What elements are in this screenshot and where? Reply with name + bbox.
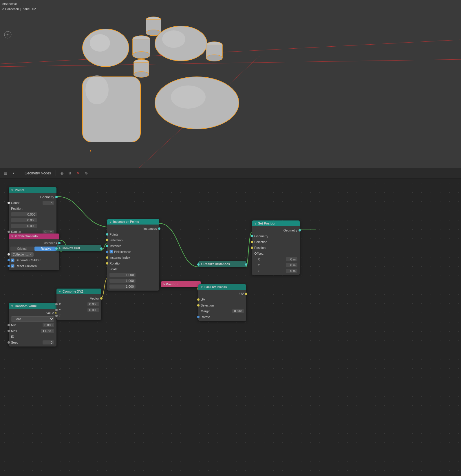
node-row-rotation: Rotation [107, 260, 159, 266]
socket-realize-out[interactable] [245, 263, 247, 266]
socket-instances-out[interactable] [58, 242, 61, 244]
socket-min-in[interactable] [8, 324, 10, 326]
node-row-offset-x: X 0 m [252, 256, 300, 262]
socket-selection-in[interactable] [106, 239, 108, 241]
min-value[interactable]: 0.000 [43, 323, 54, 327]
socket-selection2-in[interactable] [197, 304, 200, 307]
socket-geometry-out2[interactable] [299, 229, 301, 231]
dropdown-arrow-icon[interactable]: ▼ [10, 170, 17, 176]
socket-pick-instance[interactable] [106, 251, 108, 253]
node-points[interactable]: ∨ Points Geometry Count 8 Position: 0.00… [9, 187, 56, 236]
node-convex-hull[interactable]: > Convex Hull [56, 245, 101, 251]
relative-tab[interactable]: Relative [34, 247, 58, 251]
type-dropdown[interactable]: Float [11, 316, 54, 322]
y-value[interactable]: 0.000 [87, 308, 99, 312]
socket-max-in[interactable] [8, 330, 10, 332]
socket-convex-out[interactable] [100, 247, 103, 250]
node-row-y: Y 0.000 [56, 307, 101, 313]
node-row-rotate: Rotate [198, 314, 246, 320]
socket-position2-in[interactable] [251, 247, 253, 249]
node-instance-on-points-header[interactable]: ∨ Instance on Points [107, 219, 159, 225]
node-combine-xyz-header[interactable]: ∨ Combine XYZ [56, 289, 101, 294]
socket-geometry-out[interactable] [55, 196, 58, 198]
max-value[interactable]: 11.700 [41, 329, 54, 333]
separate-children-checkbox[interactable] [11, 258, 14, 262]
socket-uv-out[interactable] [245, 293, 247, 295]
node-realize-instances[interactable]: > Realize Instances [198, 261, 246, 267]
node-editor[interactable]: ∨ Points Geometry Count 8 Position: 0.00… [0, 178, 461, 476]
pin-button[interactable]: ⊙ [83, 170, 89, 176]
original-tab[interactable]: Original [10, 247, 34, 251]
node-pack-uv-islands-header[interactable]: ∨ Pack UV Islands [198, 284, 246, 290]
render-mode-icon[interactable]: ▤ [2, 170, 9, 176]
uv-out-label: UV [201, 292, 244, 296]
collection-selector[interactable]: Collection ... ✕ [11, 252, 34, 257]
node-collection-info-header[interactable]: ∨ ∨ Collection Info [9, 234, 59, 239]
socket-convex-in[interactable] [55, 247, 58, 250]
node-position[interactable]: > Position [161, 281, 201, 287]
node-random-value[interactable]: ∨ Random Value Value Float Min 0.000 Max [9, 303, 56, 346]
socket-separate-children[interactable] [8, 259, 10, 261]
collapse-icon: ∨ [11, 304, 13, 308]
node-pack-uv-islands[interactable]: ∨ Pack UV Islands UV UV Selection Margin… [198, 284, 246, 321]
socket-vector-out[interactable] [100, 297, 103, 300]
node-instance-on-points[interactable]: ∨ Instance on Points Instances Points Se… [107, 219, 159, 291]
collection-clear-icon[interactable]: ✕ [30, 253, 32, 256]
reset-children-checkbox[interactable] [11, 264, 14, 268]
node-collection-info[interactable]: ∨ ∨ Collection Info Instances Original R… [9, 234, 59, 270]
seed-value[interactable]: 0 [43, 340, 54, 344]
copy-button[interactable]: ⧉ [67, 170, 73, 176]
pos-x-value[interactable]: 0.000 [11, 212, 37, 216]
node-convex-hull-header[interactable]: > Convex Hull [56, 245, 101, 251]
node-points-header[interactable]: ∨ Points [9, 187, 56, 193]
svg-point-7 [85, 75, 109, 104]
node-set-position-header[interactable]: ∨ Set Position [252, 220, 300, 226]
pos-y-value[interactable]: 0.000 [11, 218, 37, 222]
margin-value[interactable]: 0.010 [232, 309, 244, 313]
socket-rotation-in[interactable] [106, 262, 108, 265]
socket-realize-in[interactable] [197, 263, 200, 266]
socket-instance-index-in[interactable] [106, 256, 108, 259]
offset-x-value[interactable]: 0 m [286, 257, 297, 261]
pick-instance-label: Pick Instance [114, 250, 157, 253]
node-realize-instances-header[interactable]: > Realize Instances [198, 261, 246, 267]
scale-y-value[interactable]: 1.000 [109, 279, 136, 283]
socket-uv-in[interactable] [197, 298, 200, 301]
socket-z-in[interactable] [55, 315, 58, 317]
socket-points-in[interactable] [106, 233, 108, 236]
socket-x-in[interactable] [55, 303, 58, 305]
socket-instance-in[interactable] [106, 245, 108, 247]
collapse-icon: ∨ [11, 189, 13, 192]
node-set-position[interactable]: ∨ Set Position Geometry Geometry Selecti… [252, 220, 300, 275]
close-button[interactable]: ✕ [75, 170, 81, 176]
x-value[interactable]: 0.000 [87, 302, 99, 306]
socket-y-in[interactable] [55, 309, 58, 311]
radius-value[interactable]: 0.1 m [43, 230, 54, 234]
pos-z-value[interactable]: 0.000 [11, 224, 37, 228]
count-value[interactable]: 8 [43, 201, 54, 205]
offset-y-value[interactable]: 0 m [286, 263, 297, 267]
node-random-value-header[interactable]: ∨ Random Value [9, 303, 56, 309]
socket-collection-in[interactable] [8, 253, 10, 256]
node-position-header[interactable]: > Position [161, 281, 201, 287]
scale-z-value[interactable]: 1.000 [109, 284, 136, 289]
editor-mode-label: Geometry Nodes [23, 171, 53, 176]
3d-viewport[interactable]: erspective e Collection | Plane.002 [0, 0, 461, 168]
svg-point-9 [171, 85, 206, 109]
socket-selection3-in[interactable] [251, 241, 253, 243]
socket-radius-in[interactable] [8, 231, 10, 233]
socket-rotate-in[interactable] [197, 316, 200, 318]
socket-reset-children[interactable] [8, 265, 10, 267]
offset-y-label: Y [258, 263, 286, 267]
geometry-out2-label: Geometry [254, 229, 297, 232]
socket-geometry-in[interactable] [251, 235, 253, 237]
node-row-separate-children: Separate Children [9, 257, 59, 263]
overlay-button[interactable]: ◎ [59, 170, 65, 176]
pick-instance-checkbox[interactable] [109, 250, 113, 253]
socket-count-in[interactable] [8, 202, 10, 204]
socket-seed-in[interactable] [8, 341, 10, 344]
scale-x-value[interactable]: 1.000 [109, 273, 136, 277]
socket-instances-out2[interactable] [158, 227, 160, 230]
node-combine-xyz[interactable]: ∨ Combine XYZ Vector X 0.000 Y 0.000 Z [56, 289, 101, 320]
offset-z-value[interactable]: 0 m [286, 269, 297, 273]
